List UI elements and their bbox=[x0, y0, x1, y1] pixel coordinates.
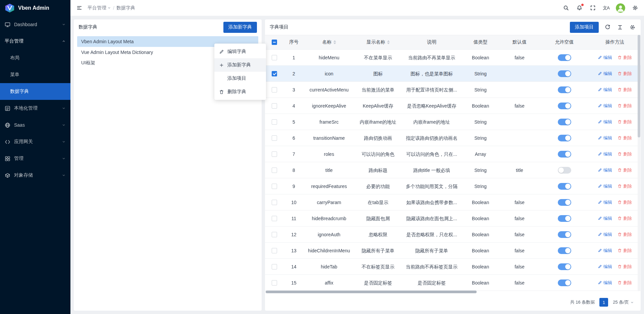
row-checkbox[interactable] bbox=[272, 151, 277, 157]
allow-null-toggle[interactable] bbox=[558, 279, 571, 286]
cell-value-type: Boolean bbox=[462, 243, 499, 259]
context-menu-item-add-item[interactable]: 添加项目 bbox=[214, 72, 266, 85]
select-all-checkbox[interactable] bbox=[272, 40, 277, 45]
search-icon[interactable] bbox=[562, 4, 570, 11]
column-header-name[interactable]: 名称 bbox=[304, 35, 354, 49]
sort-carets-icon[interactable] bbox=[333, 40, 336, 44]
allow-null-toggle[interactable] bbox=[558, 54, 571, 61]
breadcrumb-parent[interactable]: 平台管理 bbox=[88, 5, 111, 11]
context-menu-item-delete-dict[interactable]: 删除字典 bbox=[214, 85, 266, 99]
translate-icon[interactable]: 文A bbox=[603, 6, 609, 10]
bell-icon[interactable] bbox=[576, 4, 583, 11]
delete-row-button[interactable]: 删除 bbox=[618, 215, 632, 222]
gear-icon[interactable] bbox=[629, 24, 636, 31]
sidebar-subitem-menu[interactable]: 菜单 bbox=[0, 66, 70, 83]
edit-row-button[interactable]: 编辑 bbox=[598, 87, 612, 93]
edit-icon bbox=[219, 49, 224, 54]
edit-row-button[interactable]: 编辑 bbox=[598, 103, 612, 109]
allow-null-toggle[interactable] bbox=[558, 199, 571, 206]
menu-fold-icon[interactable] bbox=[76, 4, 83, 11]
allow-null-toggle[interactable] bbox=[558, 183, 571, 190]
delete-row-button[interactable]: 删除 bbox=[618, 264, 632, 270]
allow-null-toggle[interactable] bbox=[558, 263, 571, 270]
allow-null-toggle[interactable] bbox=[558, 151, 571, 158]
text-size-icon[interactable] bbox=[616, 24, 624, 31]
delete-row-button[interactable]: 删除 bbox=[618, 151, 632, 157]
allow-null-toggle[interactable] bbox=[558, 86, 571, 93]
avatar[interactable] bbox=[616, 3, 625, 13]
delete-row-button[interactable]: 删除 bbox=[618, 103, 632, 109]
sidebar-item-manage[interactable]: 管理 bbox=[0, 150, 70, 167]
refresh-icon[interactable] bbox=[604, 24, 611, 31]
row-checkbox[interactable] bbox=[272, 248, 277, 253]
edit-row-button[interactable]: 编辑 bbox=[598, 167, 612, 173]
delete-row-button[interactable]: 删除 bbox=[618, 280, 632, 286]
add-item-button[interactable]: 添加项目 bbox=[570, 22, 599, 33]
column-header-display_name[interactable]: 显示名称 bbox=[354, 35, 402, 49]
gear-icon[interactable] bbox=[632, 4, 639, 11]
allow-null-toggle[interactable] bbox=[558, 135, 571, 141]
delete-row-button[interactable]: 删除 bbox=[618, 87, 632, 93]
chevron-down-icon bbox=[62, 156, 66, 161]
allow-null-toggle[interactable] bbox=[558, 119, 571, 125]
context-menu-item-edit-dict[interactable]: 编辑字典 bbox=[214, 45, 266, 58]
delete-row-button[interactable]: 删除 bbox=[618, 183, 632, 189]
row-checkbox[interactable] bbox=[272, 87, 277, 92]
delete-row-button[interactable]: 删除 bbox=[618, 71, 632, 77]
row-checkbox[interactable] bbox=[272, 184, 277, 189]
horizontal-scrollbar-thumb[interactable] bbox=[266, 291, 477, 293]
allow-null-toggle[interactable] bbox=[558, 103, 571, 109]
row-checkbox[interactable] bbox=[272, 168, 277, 173]
sidebar-item-dashboard[interactable]: Dashboard bbox=[0, 16, 70, 33]
delete-row-button[interactable]: 删除 bbox=[618, 55, 632, 61]
edit-row-button[interactable]: 编辑 bbox=[598, 248, 612, 254]
edit-row-button[interactable]: 编辑 bbox=[598, 71, 612, 77]
add-dictionary-button[interactable]: 添加新字典 bbox=[223, 22, 257, 33]
row-checkbox[interactable] bbox=[272, 280, 277, 286]
delete-row-button[interactable]: 删除 bbox=[618, 232, 632, 238]
edit-row-button[interactable]: 编辑 bbox=[598, 280, 612, 286]
row-checkbox[interactable] bbox=[272, 200, 277, 205]
row-checkbox[interactable] bbox=[272, 55, 277, 60]
row-checkbox[interactable] bbox=[272, 71, 277, 76]
sidebar-item-saas[interactable]: Saas bbox=[0, 117, 70, 133]
edit-row-button[interactable]: 编辑 bbox=[598, 135, 612, 141]
row-checkbox[interactable] bbox=[272, 232, 277, 237]
sidebar-item-locale[interactable]: 本地化管理 bbox=[0, 100, 70, 117]
row-checkbox[interactable] bbox=[272, 119, 277, 125]
row-checkbox[interactable] bbox=[272, 264, 277, 269]
fullscreen-icon[interactable] bbox=[589, 4, 596, 11]
allow-null-toggle[interactable] bbox=[558, 70, 571, 77]
edit-row-button[interactable]: 编辑 bbox=[598, 199, 612, 205]
delete-row-button[interactable]: 删除 bbox=[618, 199, 632, 205]
page-1-button[interactable]: 1 bbox=[599, 298, 608, 307]
edit-row-button[interactable]: 编辑 bbox=[598, 55, 612, 61]
edit-row-button[interactable]: 编辑 bbox=[598, 232, 612, 238]
allow-null-toggle[interactable] bbox=[558, 215, 571, 222]
allow-null-toggle[interactable] bbox=[558, 247, 571, 254]
sidebar-item-gateway[interactable]: 应用网关 bbox=[0, 133, 70, 150]
allow-null-toggle[interactable] bbox=[558, 167, 571, 174]
vertical-scrollbar-thumb[interactable] bbox=[638, 35, 640, 137]
delete-row-button[interactable]: 删除 bbox=[618, 248, 632, 254]
logo[interactable]: Vben Admin bbox=[0, 0, 70, 16]
edit-row-button[interactable]: 编辑 bbox=[598, 215, 612, 222]
sort-carets-icon[interactable] bbox=[387, 40, 390, 44]
row-checkbox[interactable] bbox=[272, 216, 277, 221]
sidebar-subitem-data-dictionary[interactable]: 数据字典 bbox=[0, 83, 70, 100]
edit-row-button[interactable]: 编辑 bbox=[598, 183, 612, 189]
sidebar-item-platform[interactable]: 平台管理 bbox=[0, 33, 70, 50]
delete-row-button[interactable]: 删除 bbox=[618, 167, 632, 173]
edit-row-button[interactable]: 编辑 bbox=[598, 264, 612, 270]
edit-row-button[interactable]: 编辑 bbox=[598, 119, 612, 125]
sidebar-subitem-layout[interactable]: 布局 bbox=[0, 50, 70, 66]
row-checkbox[interactable] bbox=[272, 135, 277, 141]
context-menu-item-add-dict[interactable]: 添加新字典 bbox=[214, 58, 266, 72]
page-size-select[interactable]: 25 条/页 bbox=[613, 299, 634, 305]
delete-row-button[interactable]: 删除 bbox=[618, 119, 632, 125]
delete-row-button[interactable]: 删除 bbox=[618, 135, 632, 141]
sidebar-item-storage[interactable]: 对象存储 bbox=[0, 167, 70, 184]
edit-row-button[interactable]: 编辑 bbox=[598, 151, 612, 157]
allow-null-toggle[interactable] bbox=[558, 231, 571, 238]
row-checkbox[interactable] bbox=[272, 103, 277, 109]
